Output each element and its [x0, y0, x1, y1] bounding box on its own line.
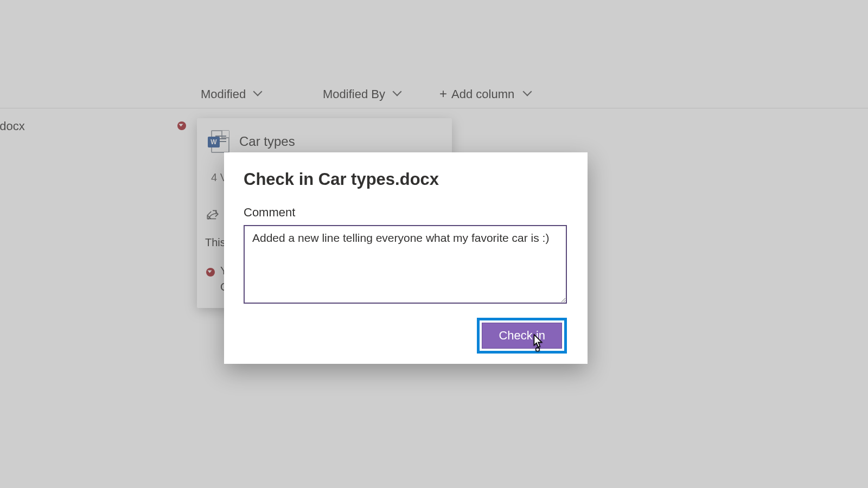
chevron-down-icon — [524, 89, 532, 97]
chevron-down-icon — [394, 89, 401, 97]
hover-card-this-line: This — [205, 236, 226, 249]
column-header-label: Modified — [201, 87, 246, 101]
checked-out-icon — [206, 268, 215, 277]
word-badge: W — [208, 137, 220, 147]
check-in-dialog: Check in Car types.docx Comment Check in — [224, 152, 588, 364]
check-in-button[interactable]: Check in — [482, 323, 562, 349]
share-icon[interactable] — [205, 208, 219, 222]
add-column-label: Add column — [451, 87, 514, 101]
dialog-title: Check in Car types.docx — [244, 170, 568, 189]
column-header-modified[interactable]: Modified — [201, 87, 262, 101]
column-header-modified-by[interactable]: Modified By — [323, 87, 401, 101]
chevron-down-icon — [254, 89, 262, 97]
column-header-label: Modified By — [323, 87, 385, 101]
column-header-row: Modified Modified By + Add column — [0, 80, 868, 108]
checked-out-icon — [177, 121, 186, 130]
add-column-button[interactable]: + Add column — [439, 87, 532, 101]
comment-label: Comment — [244, 206, 568, 220]
file-name: es.docx — [0, 119, 25, 133]
hover-card-title: Car types — [239, 134, 295, 149]
word-document-icon: W — [211, 130, 229, 153]
check-in-button-focus-ring: Check in — [477, 318, 567, 354]
plus-icon: + — [439, 87, 447, 100]
comment-textarea[interactable] — [244, 225, 567, 304]
